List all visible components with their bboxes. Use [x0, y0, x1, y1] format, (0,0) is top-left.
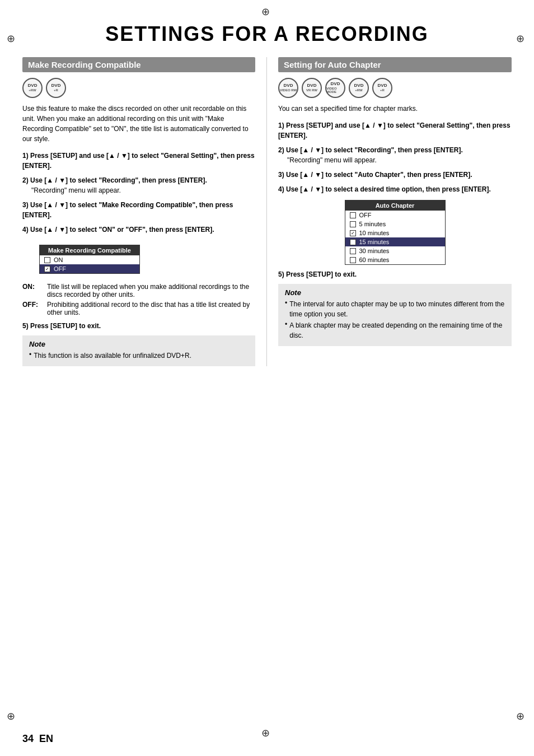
auto-chapter-menu: Auto Chapter OFF 5 minutes 10 minutes [345, 200, 446, 265]
left-steps: 1) Press [SETUP] and use [▲ / ▼] to sele… [22, 151, 255, 235]
menu-item-15min: 15 minutes [345, 237, 445, 246]
dvd-badge-plus-r: DVD +R [372, 78, 392, 98]
right-note-item-1: • The interval for auto chapter may be u… [285, 299, 505, 319]
right-step-2: 2) Use [▲ / ▼] to select "Recording", th… [278, 145, 512, 165]
checkbox-15min [350, 239, 356, 245]
right-section-header: Setting for Auto Chapter [278, 57, 512, 72]
menu-item-60min: 60 minutes [345, 255, 445, 264]
reg-mark-right-top: ⊕ [516, 34, 527, 45]
on-off-descriptions: ON: Title list will be replaced when you… [22, 283, 255, 316]
reg-mark-left-top: ⊕ [7, 34, 18, 45]
make-recording-menu-title: Make Recording Compatible [40, 245, 139, 255]
page-number: 34 [22, 733, 34, 744]
checkbox-10min [350, 230, 356, 236]
left-note-title: Note [29, 340, 249, 348]
checkbox-5min [350, 221, 356, 227]
make-recording-compatible-menu: Make Recording Compatible ON OFF [39, 245, 140, 274]
reg-mark-left-bottom: ⊕ [7, 711, 18, 722]
auto-chapter-menu-title: Auto Chapter [345, 200, 445, 211]
menu-item-on: ON [40, 255, 139, 264]
left-body-text: Use this feature to make the discs recor… [22, 104, 255, 144]
page-lang: EN [39, 733, 53, 744]
menu-item-off: OFF [40, 264, 139, 273]
left-step-1: 1) Press [SETUP] and use [▲ / ▼] to sele… [22, 151, 255, 171]
right-note-item-2: • A blank chapter may be created dependi… [285, 320, 505, 340]
left-step-5: 5) Press [SETUP] to exit. [22, 322, 255, 330]
checkbox-30min [350, 248, 356, 254]
left-step-3: 3) Use [▲ / ▼] to select "Make Recording… [22, 200, 255, 220]
right-step-3: 3) Use [▲ / ▼] to select "Auto Chapter",… [278, 170, 512, 180]
right-dvd-icons: DVD VIDEO RW DVD VR RW DVD VIDEO MODE DV… [278, 78, 512, 98]
off-description: OFF: Prohibiting additional record to th… [22, 301, 255, 316]
checkbox-off [350, 212, 356, 218]
right-note-title: Note [285, 288, 505, 297]
dvd-badge-rw: DVD +RW [22, 78, 43, 98]
left-note-item-1: • This function is also available for un… [29, 351, 249, 361]
right-column: Setting for Auto Chapter DVD VIDEO RW DV… [267, 57, 512, 366]
right-step-5: 5) Press [SETUP] to exit. [278, 270, 512, 278]
dvd-badge-video-rw: DVD VIDEO RW [278, 78, 298, 98]
left-column: Make Recording Compatible DVD +RW DVD +R… [22, 57, 267, 366]
page-wrapper: ⊕ ⊕ ⊕ ⊕ ⊕ ⊕ SETTINGS FOR A RECORDING Mak… [0, 0, 534, 756]
two-col-layout: Make Recording Compatible DVD +RW DVD +R… [22, 57, 512, 366]
on-description: ON: Title list will be replaced when you… [22, 283, 255, 298]
page-footer: 34 EN [22, 733, 53, 745]
right-body-text: You can set a specified time for chapter… [278, 104, 512, 114]
checkbox-off [44, 266, 50, 272]
left-dvd-icons: DVD +RW DVD +R [22, 78, 255, 98]
dvd-badge-r: DVD +R [46, 78, 66, 98]
left-note-box: Note • This function is also available f… [22, 335, 255, 366]
left-step-2: 2) Use [▲ / ▼] to select "Recording", th… [22, 175, 255, 195]
right-note-box: Note • The interval for auto chapter may… [278, 284, 512, 346]
right-step-4: 4) Use [▲ / ▼] to select a desired time … [278, 184, 512, 194]
left-step-4: 4) Use [▲ / ▼] to select "ON" or "OFF", … [22, 225, 255, 235]
menu-item-5min: 5 minutes [345, 220, 445, 228]
checkbox-60min [350, 257, 356, 263]
menu-item-off: OFF [345, 211, 445, 220]
checkbox-on [44, 257, 50, 263]
menu-item-10min: 10 minutes [345, 228, 445, 237]
dvd-badge-vr-rw: DVD VR RW [302, 78, 322, 98]
reg-mark-bottom: ⊕ [261, 728, 273, 739]
page-title: SETTINGS FOR A RECORDING [22, 22, 512, 46]
right-step-1: 1) Press [SETUP] and use [▲ / ▼] to sele… [278, 120, 512, 141]
left-section-header: Make Recording Compatible [22, 57, 255, 72]
dvd-badge-video-mode: DVD VIDEO MODE [325, 78, 345, 98]
dvd-badge-plus-rw: DVD +RW [349, 78, 369, 98]
reg-mark-top: ⊕ [261, 7, 273, 18]
right-steps: 1) Press [SETUP] and use [▲ / ▼] to sele… [278, 120, 512, 194]
reg-mark-right-bottom: ⊕ [516, 711, 527, 722]
menu-item-30min: 30 minutes [345, 246, 445, 255]
